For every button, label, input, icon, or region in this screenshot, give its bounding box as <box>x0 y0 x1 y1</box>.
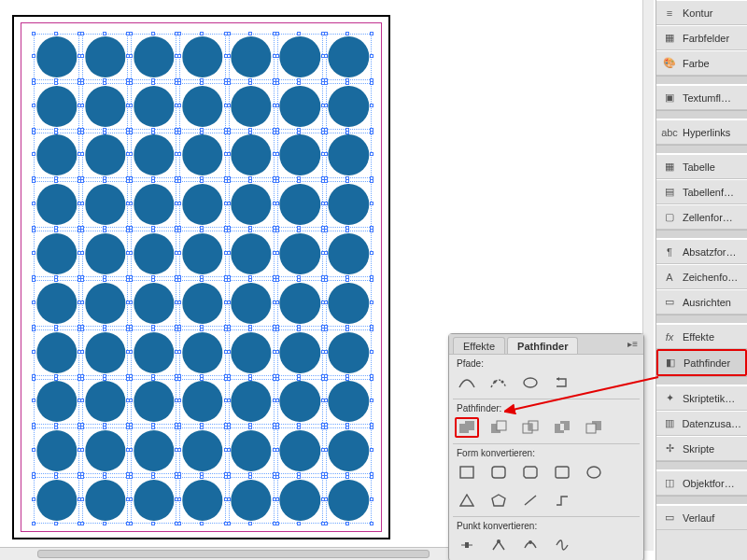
selection-handle[interactable] <box>129 350 133 354</box>
selection-handle[interactable] <box>80 152 84 156</box>
grid-cell[interactable] <box>277 477 323 524</box>
selection-handle[interactable] <box>200 179 204 183</box>
selection-handle[interactable] <box>200 475 204 479</box>
selection-handle[interactable] <box>324 179 328 183</box>
grid-cell[interactable] <box>277 379 323 426</box>
selection-handle[interactable] <box>227 179 231 183</box>
selection-handle[interactable] <box>80 229 84 232</box>
selection-handle[interactable] <box>151 278 155 282</box>
selection-handle[interactable] <box>345 32 349 35</box>
circle-shape[interactable] <box>182 135 222 176</box>
circle-shape[interactable] <box>85 480 125 521</box>
circle-shape[interactable] <box>280 184 320 225</box>
selection-handle[interactable] <box>80 475 84 479</box>
selection-handle[interactable] <box>200 328 204 331</box>
pathfinder-subtract-button[interactable] <box>486 417 511 438</box>
circle-shape[interactable] <box>280 233 320 274</box>
selection-handle[interactable] <box>32 448 35 452</box>
panel-zeichenfo[interactable]: AZeichenfo… <box>656 264 747 289</box>
selection-handle[interactable] <box>370 81 374 85</box>
circle-shape[interactable] <box>182 184 222 225</box>
grid-cell[interactable] <box>277 329 323 376</box>
grid-cell[interactable] <box>179 83 225 130</box>
selection-handle[interactable] <box>80 328 84 331</box>
selection-handle[interactable] <box>80 350 84 354</box>
selection-handle[interactable] <box>324 448 328 452</box>
selection-handle[interactable] <box>200 32 204 35</box>
selection-handle[interactable] <box>129 301 133 304</box>
circle-shape[interactable] <box>329 36 369 77</box>
selection-handle[interactable] <box>151 426 155 429</box>
circle-shape[interactable] <box>280 480 320 521</box>
selection-handle[interactable] <box>227 301 231 304</box>
panel-hyperlinks[interactable]: abcHyperlinks <box>656 119 747 145</box>
circle-shape[interactable] <box>36 86 77 127</box>
selection-handle[interactable] <box>32 522 35 525</box>
panel-verlauf[interactable]: ▭Verlauf <box>656 505 747 530</box>
circle-shape[interactable] <box>182 86 222 127</box>
selection-handle[interactable] <box>200 377 204 381</box>
selection-handle[interactable] <box>370 179 374 183</box>
circle-shape[interactable] <box>134 233 174 274</box>
selection-handle[interactable] <box>54 328 58 331</box>
panel-menu-icon[interactable]: ▸≡ <box>627 339 638 349</box>
selection-handle[interactable] <box>177 448 181 452</box>
grid-cell[interactable] <box>131 329 176 376</box>
selection-handle[interactable] <box>297 179 301 183</box>
selection-handle[interactable] <box>275 152 279 156</box>
selection-handle[interactable] <box>103 426 106 429</box>
selection-handle[interactable] <box>297 475 301 479</box>
selection-handle[interactable] <box>324 328 328 331</box>
selection-handle[interactable] <box>151 229 155 232</box>
circle-shape[interactable] <box>329 86 369 127</box>
circle-shape[interactable] <box>280 382 320 423</box>
grid-cell[interactable] <box>179 280 225 327</box>
selection-handle[interactable] <box>32 278 35 282</box>
selection-handle[interactable] <box>227 229 231 232</box>
selection-handle[interactable] <box>324 152 328 156</box>
pathfinder-panel[interactable]: Effekte Pathfinder ▸≡ Pfade: Pathfinder:… <box>448 333 644 560</box>
selection-handle[interactable] <box>103 377 106 381</box>
selection-handle[interactable] <box>227 377 231 381</box>
reverse-path-button[interactable] <box>550 372 574 393</box>
grid-cell[interactable] <box>229 133 275 179</box>
circle-shape[interactable] <box>182 332 222 373</box>
selection-handle[interactable] <box>129 179 133 183</box>
circle-shape[interactable] <box>85 382 125 423</box>
selection-handle[interactable] <box>103 328 106 331</box>
shape-polygon-button[interactable] <box>486 490 511 511</box>
selection-handle[interactable] <box>248 475 252 479</box>
panel-objektfor[interactable]: ◫Objektfor… <box>656 470 747 496</box>
selection-handle[interactable] <box>324 81 328 85</box>
selection-handle[interactable] <box>227 251 231 255</box>
grid-cell[interactable] <box>82 83 128 130</box>
selection-handle[interactable] <box>345 179 349 183</box>
grid-cell[interactable] <box>34 477 79 524</box>
selection-handle[interactable] <box>80 448 84 452</box>
selection-handle[interactable] <box>248 278 252 282</box>
selection-handle[interactable] <box>32 251 35 255</box>
selection-handle[interactable] <box>324 202 328 205</box>
point-smooth-button[interactable] <box>518 535 543 555</box>
panel-farbe[interactable]: 🎨Farbe <box>656 50 747 76</box>
circle-shape[interactable] <box>36 135 77 176</box>
grid-cell[interactable] <box>179 181 225 228</box>
panel-kontur[interactable]: ≡Kontur <box>656 0 747 25</box>
selection-handle[interactable] <box>227 32 231 35</box>
selection-handle[interactable] <box>324 278 328 282</box>
grid-cell[interactable] <box>326 427 372 474</box>
selection-handle[interactable] <box>151 179 155 183</box>
selection-handle[interactable] <box>345 81 349 85</box>
selection-handle[interactable] <box>103 179 106 183</box>
circle-shape[interactable] <box>36 184 77 225</box>
selection-handle[interactable] <box>248 377 252 381</box>
selection-handle[interactable] <box>129 152 133 156</box>
selection-handle[interactable] <box>275 81 279 85</box>
grid-cell[interactable] <box>179 231 225 277</box>
selection-handle[interactable] <box>177 179 181 183</box>
selection-handle[interactable] <box>324 350 328 354</box>
grid-cell[interactable] <box>131 181 176 228</box>
circle-shape[interactable] <box>231 382 271 423</box>
selection-handle[interactable] <box>324 377 328 381</box>
shape-ellipse-button[interactable] <box>582 462 606 483</box>
